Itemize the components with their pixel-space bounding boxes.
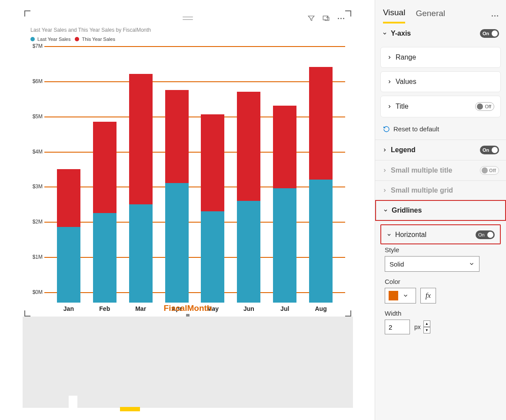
tab-visual[interactable]: Visual <box>383 8 405 23</box>
bar-segment[interactable] <box>57 169 80 227</box>
card-title[interactable]: Title Off <box>380 96 501 117</box>
y-tick-label: $3M <box>25 183 43 190</box>
field-label: Style <box>385 246 496 253</box>
section-label: Small multiple grid <box>391 187 453 194</box>
gridline <box>44 222 345 223</box>
bar-group[interactable]: Jul <box>273 57 296 303</box>
bar-group[interactable]: Jan <box>57 57 80 303</box>
gridline <box>44 117 345 117</box>
color-swatch <box>389 291 398 300</box>
y-tick-label: $1M <box>25 254 43 260</box>
section-legend[interactable]: Legend On <box>375 140 506 160</box>
bar-group[interactable]: Apr <box>165 57 189 303</box>
bar-segment[interactable] <box>309 67 333 180</box>
chevron-down-icon <box>382 31 387 36</box>
horizontal-header[interactable]: Horizontal On <box>386 230 495 242</box>
title-toggle[interactable]: Off <box>475 102 494 111</box>
bar-group[interactable]: May <box>201 57 224 303</box>
tab-general[interactable]: General <box>416 9 445 23</box>
legend-toggle[interactable]: On <box>480 146 499 154</box>
more-options-icon[interactable] <box>336 14 345 23</box>
card-label: Title <box>396 103 409 110</box>
bar-segment[interactable] <box>129 74 153 204</box>
chevron-down-icon <box>469 261 475 267</box>
stepper-down-button[interactable]: ▼ <box>423 327 430 333</box>
reset-to-default-button[interactable]: Reset to default <box>375 121 506 140</box>
gridline <box>44 46 345 47</box>
y-tick-label: $0M <box>25 289 43 295</box>
chart-title: Last Year Sales and This Year Sales by F… <box>30 27 151 33</box>
width-input[interactable] <box>385 320 410 334</box>
bar-group[interactable]: Mar <box>129 57 153 303</box>
field-label: Color <box>385 278 496 285</box>
selection-corner-tl[interactable] <box>24 10 30 17</box>
page-tab-indicator[interactable] <box>120 407 140 411</box>
section-y-axis[interactable]: Y-axis On <box>375 23 506 43</box>
chart-legend: Last Year Sales This Year Sales <box>30 37 115 42</box>
chart-visual[interactable]: Last Year Sales and This Year Sales by F… <box>25 11 350 316</box>
card-values[interactable]: Values <box>380 71 501 92</box>
legend-label: This Year Sales <box>82 37 115 42</box>
legend-label: Last Year Sales <box>37 37 70 42</box>
small-multiple-title-toggle: Off <box>480 166 499 175</box>
bar-group[interactable]: Jun <box>237 57 260 303</box>
field-style: Style Solid <box>375 244 506 276</box>
canvas-footer <box>23 317 353 408</box>
bar-segment[interactable] <box>129 204 153 303</box>
gridline <box>44 257 345 258</box>
drag-handle-icon[interactable] <box>183 17 193 20</box>
bar-segment[interactable] <box>93 122 117 213</box>
y-tick-label: $2M <box>25 219 43 225</box>
section-label: Y-axis <box>391 30 411 37</box>
reset-icon <box>383 126 390 133</box>
bar-segment[interactable] <box>309 180 333 303</box>
bar-segment[interactable] <box>273 106 296 188</box>
format-pane: Visual General Y-axis On Range Values <box>375 0 506 420</box>
horizontal-toggle[interactable]: On <box>476 230 495 239</box>
section-label: Legend <box>391 146 416 154</box>
chevron-right-icon <box>387 104 392 109</box>
bar-segment[interactable] <box>93 213 117 303</box>
svg-rect-0 <box>323 16 328 20</box>
bar-segment[interactable] <box>165 183 189 303</box>
selection-corner-tr[interactable] <box>345 10 351 17</box>
focus-mode-icon[interactable] <box>322 14 330 23</box>
stepper-up-button[interactable]: ▲ <box>423 320 430 327</box>
section-label: Horizontal <box>395 231 426 239</box>
chevron-down-icon <box>383 208 388 213</box>
field-label: Width <box>385 310 496 317</box>
bar-segment[interactable] <box>237 201 260 303</box>
bar-segment[interactable] <box>165 90 189 183</box>
color-picker[interactable] <box>385 288 416 303</box>
more-options-icon[interactable] <box>492 15 498 17</box>
width-stepper: ▲ ▼ <box>423 320 430 333</box>
x-axis-title: FiscalMonth <box>25 303 350 313</box>
fx-button[interactable]: fx <box>420 288 436 303</box>
y-tick-label: $6M <box>25 78 43 84</box>
bar-segment[interactable] <box>273 188 296 303</box>
format-tabs: Visual General <box>375 0 506 23</box>
width-unit: px <box>414 323 421 330</box>
filter-icon[interactable] <box>307 14 316 23</box>
gridline <box>44 152 345 153</box>
card-range[interactable]: Range <box>380 47 501 68</box>
section-gridlines[interactable]: Gridlines <box>375 200 506 221</box>
section-small-multiple-title: Small multiple title Off <box>375 160 506 180</box>
bar-segment[interactable] <box>57 227 80 303</box>
bar-group[interactable]: Aug <box>309 57 333 303</box>
field-width: Width px ▲ ▼ <box>375 308 506 339</box>
bar-group[interactable]: Feb <box>93 57 117 303</box>
y-axis-toggle[interactable]: On <box>480 29 499 38</box>
section-small-multiple-grid: Small multiple grid <box>375 181 506 200</box>
y-tick-label: $4M <box>25 149 43 155</box>
bar-segment[interactable] <box>201 211 224 303</box>
card-label: Range <box>396 53 416 61</box>
field-color: Color fx <box>375 276 506 308</box>
section-label: Small multiple title <box>391 167 452 174</box>
visual-header <box>307 14 345 23</box>
bar-segment[interactable] <box>237 92 260 201</box>
style-select[interactable]: Solid <box>385 256 479 272</box>
bar-segment[interactable] <box>201 114 224 211</box>
section-label: Gridlines <box>392 207 422 214</box>
chart-plot-area: $0M$1M$2M$3M$4M$5M$6M$7MJanFebMarAprMayJ… <box>44 46 345 303</box>
